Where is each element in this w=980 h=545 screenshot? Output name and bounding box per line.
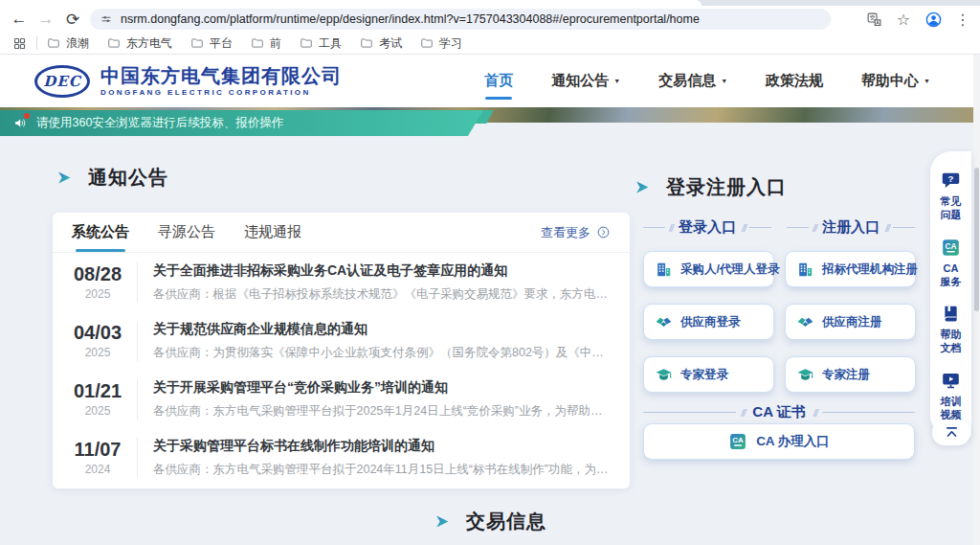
trade-info-section-header: 交易信息 (0, 509, 980, 534)
bookmark-star-icon[interactable]: ☆ (892, 8, 915, 31)
ca-certificate-group-label: // CA 证书 // (643, 403, 915, 421)
main-nav: 首页 通知公告 交易信息 政策法规 帮助中心 (484, 72, 930, 90)
divider (137, 262, 138, 303)
announcement-row[interactable]: 04/03 2025 关于规范供应商企业规模信息的通知 各供应商：为贯彻落实《保… (53, 311, 630, 370)
quick-access-sidebar: 常见问题 CA服务 帮助文档 培训视频 (930, 151, 971, 437)
announcement-title[interactable]: 关于全面推进非招标采购业务CA认证及电子签章应用的通知 (153, 262, 612, 280)
bidding-agency-register-button[interactable]: 招标代理机构注册 (785, 251, 916, 287)
announcement-year: 2025 (70, 404, 125, 418)
announcements-section-header: 通知公告 (56, 165, 168, 191)
announcement-title[interactable]: 关于开展采购管理平台“竞价采购业务”培训的通知 (153, 379, 612, 397)
view-more-link[interactable]: 查看更多 (541, 224, 611, 241)
building-icon (655, 261, 673, 279)
site-settings-icon[interactable] (100, 12, 113, 26)
circle-arrow-icon (596, 225, 611, 239)
nav-trade-info[interactable]: 交易信息 (658, 72, 727, 90)
nav-home[interactable]: 首页 (484, 72, 513, 90)
menu-dots-icon[interactable]: ⋮ (951, 8, 974, 31)
speaker-icon (13, 116, 28, 130)
nav-help-center[interactable]: 帮助中心 (861, 72, 930, 90)
folder-icon (251, 36, 264, 50)
scrollbar-thumb[interactable] (974, 168, 979, 311)
announcement-summary: 各供应商：东方电气采购管理平台拟于2024年11月15日上线“标书在线制作”功能… (153, 462, 612, 478)
reload-button[interactable]: ⟳ (59, 8, 86, 31)
announcement-row[interactable]: 08/28 2025 关于全面推进非招标采购业务CA认证及电子签章应用的通知 各… (53, 253, 630, 311)
ca-service-shortcut[interactable]: CA服务 (939, 230, 964, 297)
section-title: 交易信息 (466, 509, 546, 534)
url-text[interactable]: nsrm.dongfang.com/platform/runtime/epp/d… (121, 12, 700, 26)
divider (36, 36, 37, 50)
announcement-date: 01/21 (70, 380, 125, 402)
bookmark-folder[interactable]: 浪潮 (47, 35, 89, 52)
back-to-top-button[interactable] (932, 420, 970, 445)
bookmark-folder[interactable]: 学习 (420, 35, 462, 52)
company-logo[interactable]: DEC 中国东方电气集团有限公司 DONGFANG ELECTRIC CORPO… (34, 65, 342, 98)
announcement-title[interactable]: 关于采购管理平台标书在线制作功能培训的通知 (153, 438, 612, 455)
bookmark-folder[interactable]: 东方电气 (107, 35, 172, 52)
site-header: DEC 中国东方电气集团有限公司 DONGFANG ELECTRIC CORPO… (0, 55, 980, 107)
login-group-label: // 登录入口 // (643, 218, 771, 237)
bookmark-folder[interactable]: 工具 (300, 35, 342, 52)
ca-apply-entry-button[interactable]: CA 办理入口 (643, 423, 915, 460)
translate-icon[interactable] (862, 8, 885, 31)
section-arrow-icon (634, 178, 652, 196)
expert-register-button[interactable]: 专家注册 (785, 356, 916, 393)
help-doc-icon (941, 304, 961, 324)
bookmark-folder[interactable]: 前 (251, 35, 281, 52)
folder-icon (360, 36, 373, 50)
announcement-tabs: 系统公告 寻源公告 违规通报 查看更多 (53, 213, 630, 253)
back-to-top-icon (944, 424, 960, 441)
announcement-row[interactable]: 01/21 2025 关于开展采购管理平台“竞价采购业务”培训的通知 各供应商：… (53, 370, 630, 428)
nav-announcements[interactable]: 通知公告 (551, 72, 620, 90)
purchaser-agent-login-button[interactable]: 采购人/代理人登录 (643, 251, 774, 287)
notification-dot (24, 113, 30, 119)
bookmark-folder[interactable]: 考试 (360, 35, 402, 52)
announcement-date: 08/28 (70, 263, 125, 285)
notice-ticker-text: 请使用360安全浏览器进行后续投标、报价操作 (36, 115, 283, 131)
folder-icon (300, 36, 313, 50)
section-arrow-icon (56, 169, 74, 187)
apps-grid-icon[interactable] (8, 32, 31, 55)
supplier-register-button[interactable]: 供应商注册 (785, 304, 916, 340)
announcement-year: 2025 (70, 287, 125, 301)
folder-icon (47, 36, 60, 50)
notice-ticker-bar: 请使用360安全浏览器进行后续投标、报价操作 (0, 110, 483, 136)
section-title: 登录注册入口 (666, 174, 787, 200)
company-name-cn: 中国东方电气集团有限公司 (100, 65, 342, 86)
expert-login-button[interactable]: 专家登录 (643, 356, 774, 393)
announcement-summary: 各供应商：东方电气采购管理平台拟于2025年1月24日上线“竞价采购”业务，为帮… (153, 403, 612, 420)
tab-system-announcements[interactable]: 系统公告 (72, 223, 129, 241)
handshake-icon (796, 313, 814, 331)
bookmark-folder[interactable]: 平台 (190, 35, 233, 52)
divider (137, 321, 138, 361)
section-title: 通知公告 (88, 165, 168, 191)
announcement-summary: 各供应商：为贯彻落实《保障中小企业款项支付条例》（国务院令第802号）及《中小企… (153, 345, 612, 361)
graduation-cap-icon (655, 366, 673, 384)
back-button[interactable]: ← (6, 8, 33, 31)
divider (137, 379, 138, 420)
tab-sourcing-announcements[interactable]: 寻源公告 (158, 223, 215, 241)
login-register-section-header: 登录注册入口 (634, 174, 787, 200)
dec-oval-logo: DEC (34, 65, 90, 98)
folder-icon (420, 36, 434, 50)
question-bubble-icon (941, 170, 961, 191)
ca-badge-icon (728, 432, 747, 451)
faq-shortcut[interactable]: 常见问题 (939, 163, 964, 230)
nav-policies[interactable]: 政策法规 (766, 72, 823, 90)
company-name-en: DONGFANG ELECTRIC CORPORATION (100, 88, 342, 97)
announcement-title[interactable]: 关于规范供应商企业规模信息的通知 (153, 321, 612, 338)
register-buttons-column: 招标代理机构注册 供应商注册 专家注册 (785, 251, 916, 393)
register-group-label: // 注册入口 // (787, 218, 915, 237)
login-buttons-column: 采购人/代理人登录 供应商登录 专家登录 (643, 251, 774, 393)
announcement-summary: 各供应商：根据《电子招标投标系统技术规范》《电子采购交易规范》要求，东方电气采购… (153, 286, 612, 303)
supplier-login-button[interactable]: 供应商登录 (643, 304, 774, 340)
section-arrow-icon (434, 512, 452, 531)
forward-button[interactable]: → (33, 8, 59, 31)
profile-avatar-icon[interactable] (922, 8, 945, 31)
help-doc-shortcut[interactable]: 帮助文档 (939, 296, 964, 363)
tab-violation-reports[interactable]: 违规通报 (244, 223, 301, 241)
divider (137, 438, 138, 478)
address-bar[interactable]: nsrm.dongfang.com/platform/runtime/epp/d… (90, 9, 831, 30)
announcement-row[interactable]: 11/07 2024 关于采购管理平台标书在线制作功能培训的通知 各供应商：东方… (53, 428, 630, 487)
announcement-date: 04/03 (70, 322, 125, 344)
